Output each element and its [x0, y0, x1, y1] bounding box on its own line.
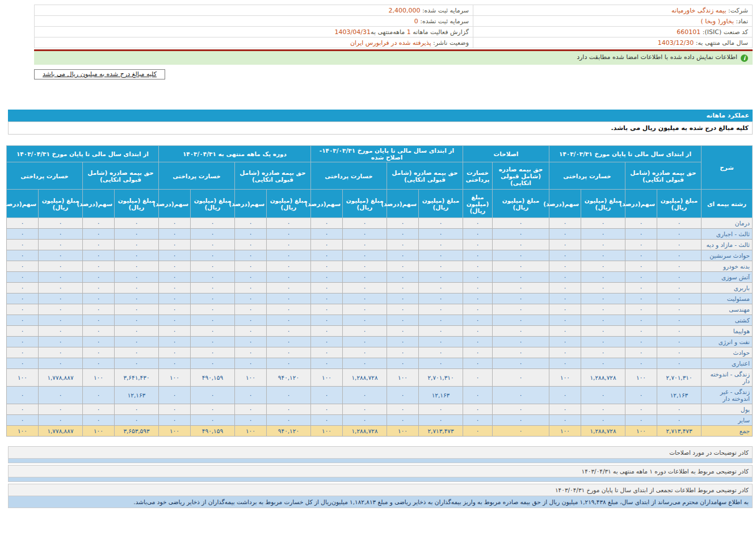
table-row: جمع۲,۷۱۳,۴۷۳۱۰۰۱,۲۸۸,۷۲۸۱۰۰۰۰۲,۷۱۳,۴۷۳۱۰… [6, 426, 752, 437]
value-cell: ۰ [114, 283, 158, 294]
value-cell: ۰ [657, 415, 702, 426]
value-cell: ۰ [492, 218, 549, 229]
value-cell: ۰ [190, 358, 234, 369]
value-cell: ۰ [492, 369, 549, 387]
share-header: سهم(درصد) [310, 190, 342, 218]
comment-unit: کادر توضیحی مربوط اطلاعات تجمعی از ابتدا… [8, 484, 753, 508]
value-cell: ۰ [418, 347, 463, 358]
value-cell: ۰ [657, 337, 702, 347]
value-cell: ۰ [266, 337, 310, 347]
unit-note-button[interactable]: کلیه مبالغ درج شده به میلیون ریال می باش… [34, 69, 165, 79]
value-cell: ۰ [581, 415, 625, 426]
amount-header: مبلغ (میلیون ریال) [492, 190, 549, 218]
value-cell: ۰ [549, 283, 581, 294]
comment-header: کادر توضیحات در مورد اصلاحات [8, 446, 753, 459]
value-cell: ۰ [6, 347, 38, 358]
value-cell: ۰ [581, 272, 625, 283]
share-header: سهم(درصد) [82, 190, 114, 218]
value-cell: ۰ [38, 218, 82, 229]
report-period-label: گزارش فعالیت ماهانه [413, 28, 469, 36]
value-cell: ۰ [158, 326, 190, 337]
value-cell: ۱۰۰ [625, 426, 657, 437]
share-header: سهم(درصد) [6, 190, 38, 218]
premium-subheader: حق بیمه صادره (شامل قبولی اتکایی) [82, 162, 158, 190]
page: شرکت: بیمه زندگی خاورمیانه سرمایه ثبت شد… [8, 5, 753, 508]
value-cell: ۰ [6, 218, 38, 229]
value-cell: ۰ [234, 218, 266, 229]
value-cell: ۰ [114, 315, 158, 326]
value-cell: ۰ [310, 387, 342, 404]
value-cell: ۰ [625, 337, 657, 347]
value-cell: ۲,۷۰۱,۳۱۰ [657, 369, 702, 387]
value-cell: ۱,۲۸۸,۷۲۸ [342, 426, 387, 437]
value-cell: ۰ [387, 326, 418, 337]
isic-value: 660101 [677, 28, 700, 36]
value-cell: ۰ [492, 304, 549, 315]
value-cell: ۰ [657, 250, 702, 261]
premium-subheader: حق بیمه صادره (شامل قبولی اتکایی) [234, 162, 310, 190]
value-cell: ۰ [463, 218, 492, 229]
value-cell: ۰ [549, 240, 581, 250]
value-cell: ۰ [114, 358, 158, 369]
unregistered-capital-cell: سرمایه ثبت نشده: 0 [35, 16, 473, 27]
value-cell: ۱۰۰ [387, 426, 418, 437]
value-cell: ۰ [625, 250, 657, 261]
value-cell: ۰ [657, 294, 702, 304]
registered-capital-label: سرمایه ثبت شده: [422, 7, 469, 14]
value-cell: ۰ [492, 294, 549, 304]
value-cell: ۰ [114, 294, 158, 304]
value-cell: ۹۴۰,۱۲۰ [266, 426, 310, 437]
claims-subheader: خسارت پرداختی [158, 162, 234, 190]
table-row: حوادث۰۰۰۰۰۰۰۰۰۰۰۰۰۰۰۰۰۰ [6, 347, 752, 358]
value-cell: ۱۰۰ [234, 369, 266, 387]
value-cell: ۰ [463, 272, 492, 283]
value-cell: ۱۰۰ [387, 369, 418, 387]
value-cell: ۰ [82, 240, 114, 250]
value-cell: ۱۲,۱۶۳ [114, 387, 158, 404]
ticker-cell: نماد: بخاور( وبخا ) [473, 16, 753, 27]
value-cell: ۰ [190, 337, 234, 347]
value-cell: ۰ [310, 294, 342, 304]
premium-subheader: حق بیمه صادره (شامل قبولی اتکایی) [492, 162, 549, 190]
value-cell: ۹۴۰,۱۲۰ [266, 369, 310, 387]
isic-label: کد صنعت (ISIC): [703, 28, 748, 36]
value-cell: ۰ [114, 404, 158, 415]
value-cell: ۰ [625, 294, 657, 304]
value-cell: ۰ [387, 294, 418, 304]
amount-header: مبلغ (میلیون ریال) [190, 190, 234, 218]
value-cell: ۰ [266, 415, 310, 426]
info-row: نماد: بخاور( وبخا ) سرمایه ثبت نشده: 0 [35, 16, 753, 27]
value-cell: ۰ [114, 326, 158, 337]
value-cell: ۰ [158, 415, 190, 426]
measure-row: رشته بیمه ای مبلغ (میلیون ریال) سهم(درصد… [6, 190, 752, 218]
value-cell: ۰ [581, 337, 625, 347]
amount-header: مبلغ (میلیون ریال) [342, 190, 387, 218]
value-cell: ۰ [657, 326, 702, 337]
row-label: سایر [702, 415, 753, 426]
group-prior-cumulative-corrected: از ابتدای سال مالی تا پایان مورخ ۱۴۰۳/۰۳… [310, 146, 463, 162]
value-cell: ۰ [657, 358, 702, 369]
value-cell: ۰ [82, 272, 114, 283]
value-cell: ۰ [581, 315, 625, 326]
value-cell: ۰ [418, 358, 463, 369]
value-cell: ۲,۷۱۳,۴۷۳ [418, 426, 463, 437]
table-row: مسئولیت۰۰۰۰۰۰۰۰۰۰۰۰۰۰۰۰۰۰ [6, 294, 752, 304]
value-cell: ۰ [581, 250, 625, 261]
value-cell: ۰ [342, 387, 387, 404]
value-cell: ۰ [625, 387, 657, 404]
value-cell: ۰ [342, 304, 387, 315]
value-cell: ۰ [6, 404, 38, 415]
value-cell: ۰ [387, 404, 418, 415]
comment-header: کادر توضیحی مربوط اطلاعات تجمعی از ابتدا… [8, 484, 753, 496]
value-cell: ۰ [492, 272, 549, 283]
value-cell: ۰ [234, 404, 266, 415]
share-header: سهم(درصد) [158, 190, 190, 218]
value-cell: ۰ [38, 415, 82, 426]
value-cell: ۰ [387, 358, 418, 369]
value-cell: ۰ [418, 218, 463, 229]
value-cell: ۰ [190, 240, 234, 250]
value-cell: ۱۰۰ [82, 369, 114, 387]
value-cell: ۰ [463, 426, 492, 437]
issuer-status-cell: وضعیت ناشر: پذیرفته شده در فرابورس ایران [35, 37, 473, 48]
value-cell: ۰ [463, 387, 492, 404]
